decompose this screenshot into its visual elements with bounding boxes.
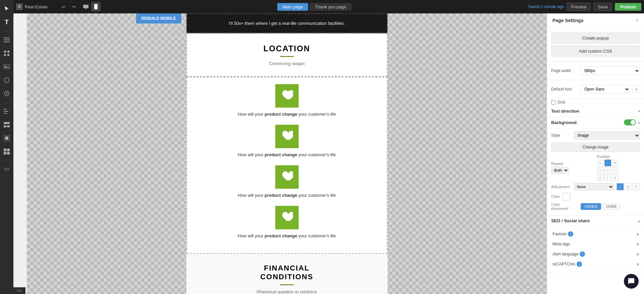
undo-button[interactable]: ↩ [59, 2, 68, 11]
pos-top-right[interactable]: ↗ [612, 160, 619, 166]
save-button[interactable]: Save [593, 3, 612, 11]
thankyou-page-tab[interactable]: Thank you page [309, 3, 351, 11]
logo-area: R Real-Estate [16, 3, 56, 10]
sidebar-icon-box[interactable] [1, 132, 13, 144]
undo-redo-group: ↩ ↪ [59, 2, 78, 11]
page-width-select[interactable]: 980px [581, 66, 640, 75]
pos-top-left[interactable]: ↖ [597, 160, 604, 166]
location-section[interactable]: LOCATION Convincing slogan [186, 33, 388, 77]
svg-rect-7 [4, 64, 10, 69]
sidebar-icon-clock[interactable] [1, 87, 13, 100]
redo-button[interactable]: ↪ [69, 2, 78, 11]
svg-rect-3 [4, 51, 6, 53]
alert-language-info-icon: i [580, 251, 585, 257]
rebuild-mobile-banner[interactable]: REBUILD MOBILE [136, 13, 181, 23]
svg-rect-5 [4, 54, 6, 56]
svg-rect-2 [4, 42, 10, 42]
recaptcha-collapsible[interactable]: reCAPTCHA i › [547, 259, 644, 269]
placement-over-button[interactable]: OVER [602, 203, 620, 210]
svg-rect-13 [4, 113, 7, 114]
sidebar-icon-text[interactable]: T [1, 16, 13, 28]
style-row: Style Image [551, 131, 640, 140]
pos-bot-right[interactable]: ↘ [612, 174, 619, 181]
adj-align-left[interactable]: / [617, 183, 624, 190]
meta-tags-collapsible[interactable]: Meta tags › [547, 239, 644, 249]
alert-language-collapsible[interactable]: Alert language i › [547, 249, 644, 259]
repeat-select[interactable]: Both [551, 167, 569, 174]
text-direction-collapsible[interactable]: Text direction ▾ [547, 106, 644, 117]
save-status-link[interactable]: Saved 1 minute ago [528, 4, 564, 9]
sidebar-icon-code[interactable]: </> [1, 163, 13, 175]
preview-button[interactable]: Preview [567, 3, 591, 11]
project-name: Real-Estate [25, 4, 48, 9]
sidebar-icon-list[interactable] [1, 105, 13, 117]
svg-rect-20 [7, 149, 10, 151]
sidebar-icon-layout[interactable] [1, 119, 13, 131]
feature-item-1: How will your product change your custom… [194, 84, 380, 117]
background-toggle[interactable] [624, 119, 636, 125]
sidebar-icon-shapes[interactable] [1, 74, 13, 86]
change-image-button[interactable]: Change image [551, 142, 640, 152]
background-settings: Style Image Change image Repeat Both Pos… [547, 128, 644, 216]
favicon-collapsible[interactable]: Favicon i › [547, 229, 644, 239]
feature-text-3: How will your product change your custom… [238, 193, 336, 198]
publish-button[interactable]: Publish [615, 3, 641, 11]
position-buttons: ↖ ↑ ↗ ← • → ↙ ↓ ↘ [597, 160, 640, 181]
adjustment-select[interactable]: None [574, 183, 614, 190]
adj-align-right[interactable]: \ [633, 183, 640, 190]
sidebar-icon-pointer[interactable] [1, 3, 13, 15]
style-select[interactable]: Image [574, 131, 640, 140]
svg-rect-19 [4, 149, 6, 151]
svg-rect-21 [4, 152, 6, 155]
mobile-view-button[interactable] [91, 2, 101, 11]
main-canvas-area[interactable]: REBUILD MOBILE I'll 50x+ them where I ge… [27, 13, 547, 294]
placement-buttons: UNDER OVER [581, 203, 620, 210]
pos-mid-center[interactable]: • [604, 167, 611, 174]
financial-section[interactable]: FINANCIAL CONDITIONS Rhetorical question… [186, 254, 388, 294]
page-width-label: Page width [551, 68, 578, 73]
default-font-select[interactable]: Open Sans [581, 85, 630, 94]
pos-mid-left[interactable]: ← [597, 167, 604, 174]
color-swatch[interactable] [563, 192, 571, 200]
meta-tags-label: Meta tags [552, 242, 570, 246]
color-row: Color [551, 192, 640, 200]
sidebar-icon-apps[interactable] [1, 145, 13, 158]
pos-mid-right[interactable]: → [612, 167, 619, 174]
chat-bubble[interactable] [624, 274, 639, 289]
adj-align-center[interactable]: | [625, 183, 632, 190]
background-arrow: ▴ [638, 120, 640, 125]
main-page-tab[interactable]: Main page [277, 3, 308, 11]
adjustment-label: Adjustment [551, 185, 571, 189]
pos-top-center[interactable]: ↑ [604, 160, 611, 166]
sidebar-icon-grid[interactable] [1, 47, 13, 59]
top-bar: R Real-Estate ↩ ↪ Main page Thank you pa… [13, 0, 644, 13]
sidebar-icon-lines[interactable] [1, 34, 13, 46]
background-collapsible[interactable]: Background ▴ [547, 117, 644, 128]
svg-rect-22 [7, 152, 10, 155]
alert-language-arrow: › [637, 251, 639, 257]
features-section[interactable]: How will your product change your custom… [186, 77, 388, 254]
placement-under-button[interactable]: UNDER [581, 203, 601, 210]
seo-collapsible[interactable]: SEO / Social share ▴ [547, 216, 644, 226]
sidebar-icon-image[interactable] [1, 61, 13, 73]
seo-label: SEO / Social share [551, 218, 590, 223]
desktop-view-button[interactable] [81, 2, 91, 11]
alert-language-label: Alert language [552, 252, 578, 256]
panel-close-button[interactable]: × [636, 17, 639, 23]
color-placement-label: Color placement [551, 202, 578, 211]
pos-bot-left[interactable]: ↙ [597, 174, 604, 181]
text-direction-label: Text direction [551, 109, 579, 114]
create-popup-button[interactable]: Create popup [551, 33, 640, 44]
zoom-level: 0% [17, 289, 22, 293]
grid-checkbox[interactable] [551, 100, 555, 105]
svg-point-9 [4, 78, 9, 82]
pos-bot-center[interactable]: ↓ [604, 174, 611, 181]
add-custom-css-button[interactable]: Add custom CSS [551, 46, 640, 57]
add-font-button[interactable]: + [633, 85, 640, 93]
location-underline [280, 56, 294, 57]
grid-label[interactable]: Grid [558, 100, 565, 105]
text-direction-arrow: ▾ [638, 109, 640, 114]
background-label: Background [551, 120, 577, 125]
feature-text-2: How will your product change your custom… [238, 152, 336, 157]
hero-section[interactable]: I'll 50x+ them where I get a real-life c… [186, 13, 388, 33]
